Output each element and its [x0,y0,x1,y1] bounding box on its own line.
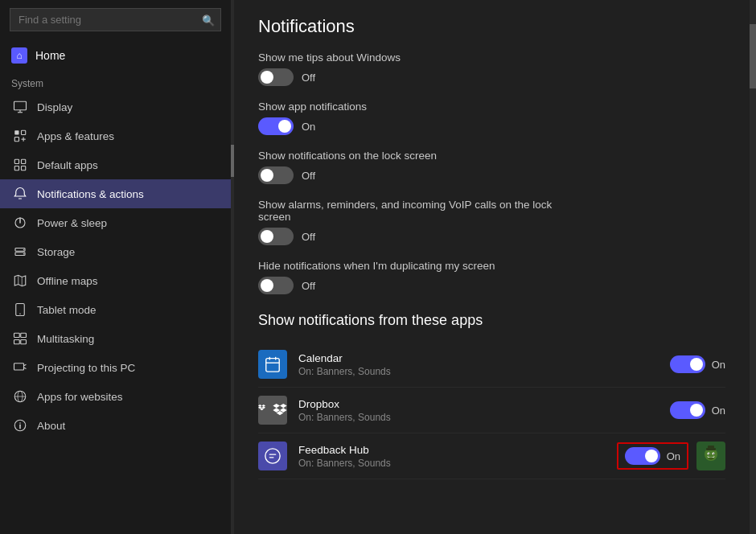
setting-lock-screen: Show notifications on the lock screen Of… [258,150,725,184]
toggle-feedback[interactable] [625,447,660,465]
tablet-mode-icon [11,302,29,317]
svg-rect-9 [22,159,26,163]
sidebar-item-apps-websites[interactable]: Apps for websites [0,382,231,411]
svg-rect-8 [14,159,18,163]
feedback-app-info: Feedback Hub On: Banners, Sounds [298,444,617,469]
toggle-feedback-knob [645,450,658,462]
sidebar-item-projecting[interactable]: Projecting to this PC [0,353,231,382]
setting-tips: Show me tips about Windows Off [258,51,725,86]
setting-hide-duplicating-toggle-row: Off [258,277,725,294]
sidebar-item-label: Offline maps [37,275,98,287]
apps-features-icon [11,129,29,143]
setting-app-notifications-toggle-row: On [258,117,725,135]
main-content: Notifications Show me tips about Windows… [234,0,750,534]
setting-lock-screen-label: Show notifications on the lock screen [258,150,725,162]
toggle-app-notifications-text: On [302,121,315,133]
svg-rect-4 [22,130,26,134]
toggle-app-notifications[interactable] [258,117,294,135]
home-label: Home [35,49,65,62]
sidebar-item-apps-features[interactable]: Apps & features [0,121,231,150]
svg-rect-10 [14,166,18,170]
setting-alarms: Show alarms, reminders, and incoming VoI… [258,199,725,245]
feedback-app-icon [258,442,287,470]
search-box[interactable]: 🔍 [10,8,221,31]
toggle-alarms[interactable] [258,228,294,245]
calendar-app-name: Calendar [298,352,670,364]
sidebar-item-label: Default apps [37,159,98,171]
sidebar-item-notifications[interactable]: Notifications & actions [0,179,231,208]
dropbox-toggle-area: On [670,401,725,419]
page-title: Notifications [258,16,725,37]
home-icon: ⌂ [11,47,27,64]
toggle-tips[interactable] [258,68,294,86]
notifications-icon [11,187,29,201]
svg-rect-26 [14,340,20,344]
calendar-toggle-area: On [670,355,725,373]
main-scrollbar-thumb[interactable] [750,24,756,88]
storage-icon [11,244,29,259]
svg-rect-24 [14,333,20,337]
dropbox-app-name: Dropbox [298,398,670,410]
search-icon: 🔍 [202,14,215,26]
sidebar-item-power-sleep[interactable]: Power & sleep [0,208,231,237]
toggle-tips-knob [261,71,273,84]
sidebar: 🔍 ⌂ Home System Display Apps & features … [0,0,231,534]
feedback-toggle-area: On [617,442,688,470]
setting-hide-duplicating: Hide notifications when I'm duplicating … [258,260,725,294]
svg-marker-19 [14,275,26,286]
toggle-alarms-text: Off [302,231,315,243]
dropbox-toggle-text: On [712,405,725,417]
app-row-dropbox: Dropbox On: Banners, Sounds On [258,388,725,433]
toggle-lock-screen-text: Off [302,170,315,182]
toggle-hide-duplicating[interactable] [258,277,294,294]
search-input[interactable] [10,8,221,31]
feedback-app-name: Feedback Hub [298,444,617,456]
home-item[interactable]: ⌂ Home [0,39,231,72]
sidebar-item-label: Apps for websites [37,391,123,403]
toggle-hide-duplicating-text: Off [302,280,315,292]
sidebar-item-label: Projecting to this PC [37,362,135,374]
toggle-dropbox[interactable] [670,401,705,419]
sidebar-item-default-apps[interactable]: Default apps [0,150,231,179]
sidebar-item-label: Tablet mode [37,304,97,316]
sidebar-item-storage[interactable]: Storage [0,237,231,266]
setting-hide-duplicating-label: Hide notifications when I'm duplicating … [258,260,725,272]
system-section-label: System [0,72,231,92]
sidebar-item-about[interactable]: About [0,411,231,440]
toggle-calendar[interactable] [670,355,705,373]
svg-rect-25 [21,333,27,337]
toggle-lock-screen-knob [261,169,273,182]
app-row-feedback: Feedback Hub On: Banners, Sounds On [258,433,725,479]
sidebar-item-display[interactable]: Display [0,92,231,121]
toggle-lock-screen[interactable] [258,166,294,184]
sidebar-item-label: Multitasking [37,333,94,345]
svg-rect-43 [708,446,714,449]
calendar-app-icon [258,350,287,379]
svg-point-23 [19,314,21,315]
toggle-app-notifications-knob [278,120,291,133]
dropbox-app-sub: On: Banners, Sounds [298,412,670,423]
dropbox-app-icon [258,396,287,425]
setting-app-notifications-label: Show app notifications [258,101,725,113]
dropbox-app-info: Dropbox On: Banners, Sounds [298,398,670,423]
sidebar-scroll: System Display Apps & features Default a… [0,72,231,534]
svg-rect-0 [14,101,27,110]
svg-rect-3 [14,130,18,134]
svg-rect-5 [14,138,18,142]
app-row-calendar: Calendar On: Banners, Sounds On [258,342,725,388]
sidebar-item-multitasking[interactable]: Multitasking [0,324,231,353]
svg-rect-11 [22,166,26,170]
display-icon [11,100,29,114]
sidebar-item-label: Notifications & actions [37,188,144,200]
setting-alarms-label: Show alarms, reminders, and incoming VoI… [258,199,564,223]
toggle-calendar-knob [690,358,703,371]
toggle-dropbox-knob [690,404,703,417]
setting-lock-screen-toggle-row: Off [258,166,725,184]
sidebar-item-tablet-mode[interactable]: Tablet mode [0,295,231,324]
feedback-app-sub: On: Banners, Sounds [298,458,617,469]
sidebar-item-offline-maps[interactable]: Offline maps [0,266,231,295]
sidebar-item-label: Apps & features [37,130,114,142]
calendar-app-info: Calendar On: Banners, Sounds [298,352,670,377]
setting-tips-label: Show me tips about Windows [258,51,725,64]
sidebar-item-label: Storage [37,246,75,258]
